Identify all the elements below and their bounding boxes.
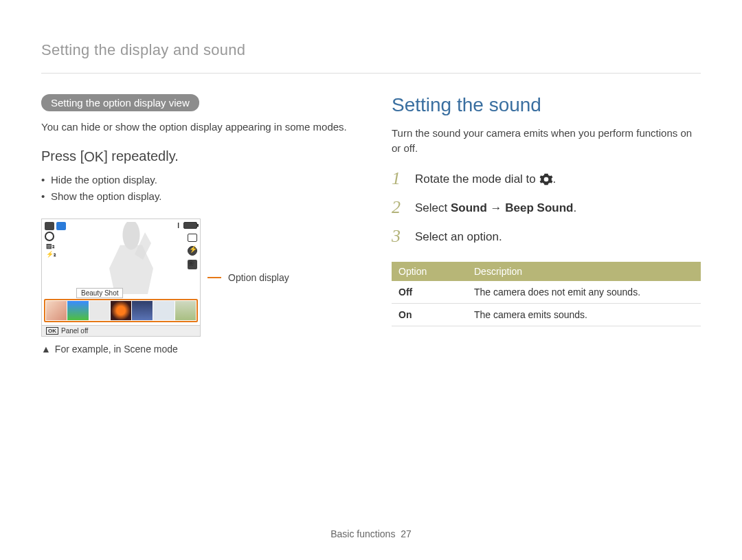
sound-options-table: Option Description Off The camera does n… [392, 262, 701, 326]
ok-icon: OK [84, 149, 104, 165]
section-pill: Setting the option display view [41, 94, 199, 111]
triangle-icon: ▲ [41, 344, 51, 355]
table-header-description: Description [467, 262, 701, 281]
step-2-text: Select Sound → Beep Sound. [415, 199, 576, 215]
beauty-shot-label: Beauty Shot [76, 288, 123, 298]
bullet-hide-option: Hide the option display. [41, 172, 350, 188]
iso-2-icon: ▨₂ [45, 243, 66, 249]
table-row: On The camera emits sounds. [392, 303, 701, 326]
metering-icon [45, 232, 54, 241]
step-num-3: 3 [392, 227, 407, 245]
step-1-text: Rotate the mode dial to . [415, 170, 556, 187]
thumb-2 [67, 301, 88, 320]
camera-screenshot: ▨₂ ⚡₂ I Beauty Shot [41, 219, 201, 337]
flash-icon [188, 246, 197, 256]
option-bullets: Hide the option display. Show the option… [41, 172, 350, 205]
thumb-1 [46, 301, 67, 320]
setting-sound-heading: Setting the sound [392, 94, 701, 116]
page-header: Setting the display and sound [41, 41, 701, 59]
movie-icon [45, 222, 54, 230]
left-intro: You can hide or show the option display … [41, 120, 350, 135]
caption-text: For example, in Scene mode [55, 344, 178, 355]
manual-page: Setting the display and sound Setting th… [0, 0, 742, 560]
right-intro: Turn the sound your camera emits when yo… [392, 126, 701, 156]
table-header-option: Option [392, 262, 467, 281]
step-1: 1 Rotate the mode dial to . [392, 170, 701, 188]
instruction-suffix: ] repeatedly. [104, 148, 179, 164]
step-3-text: Select an option. [415, 227, 502, 244]
step-3: 3 Select an option. [392, 227, 701, 245]
option-off-desc: The camera does not emit any sounds. [467, 281, 701, 304]
battery-icon [183, 222, 197, 229]
shot-icons-left: ▨₂ ⚡₂ [45, 222, 66, 258]
table-row: Off The camera does not emit any sounds. [392, 281, 701, 304]
step-2: 2 Select Sound → Beep Sound. [392, 199, 701, 216]
option-strip [44, 299, 198, 322]
step-num-2: 2 [392, 199, 407, 216]
thumb-5 [132, 301, 153, 320]
scn-icon [56, 222, 66, 230]
frame-icon [188, 234, 197, 242]
option-off: Off [392, 281, 467, 304]
press-ok-instruction: Press [OK] repeatedly. [41, 148, 350, 165]
screenshot-caption: ▲For example, in Scene mode [41, 344, 350, 355]
callout-line [207, 277, 221, 278]
macro-icon [188, 260, 197, 269]
shot-icons-right: I [177, 222, 197, 269]
header-divider [41, 73, 701, 74]
option-on-desc: The camera emits sounds. [467, 303, 701, 326]
footer-section: Basic functions [330, 528, 395, 539]
step-num-1: 1 [392, 170, 407, 188]
panel-off-text: Panel off [61, 327, 88, 335]
panel-off-bar: OK Panel off [42, 325, 200, 336]
left-column: Setting the option display view You can … [41, 94, 350, 355]
timer-2-icon: ⚡₂ [45, 251, 66, 258]
thumb-3 [89, 301, 110, 320]
content-columns: Setting the option display view You can … [41, 94, 701, 355]
screenshot-wrapper: ▨₂ ⚡₂ I Beauty Shot [41, 219, 350, 337]
page-footer: Basic functions 27 [41, 528, 701, 539]
option-display-callout: Option display [228, 272, 289, 283]
option-on: On [392, 303, 467, 326]
gear-icon [539, 172, 553, 186]
instruction-prefix: Press [ [41, 148, 84, 164]
person-silhouette [97, 222, 166, 294]
ok-key-icon: OK [46, 327, 58, 335]
steps-list: 1 Rotate the mode dial to . 2 Select Sou… [392, 170, 701, 245]
thumb-4 [111, 301, 131, 320]
right-column: Setting the sound Turn the sound your ca… [392, 94, 701, 355]
footer-page-number: 27 [401, 528, 412, 539]
bullet-show-option: Show the option display. [41, 188, 350, 205]
thumb-6 [153, 301, 174, 320]
thumb-7 [175, 301, 196, 320]
